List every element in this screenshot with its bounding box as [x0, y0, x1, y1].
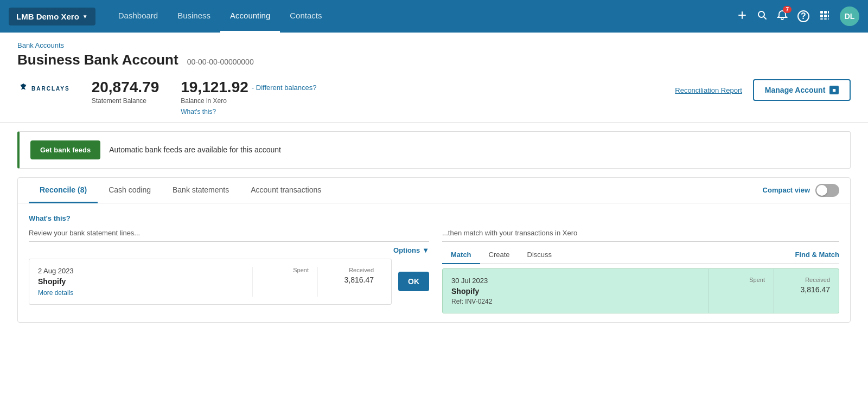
matched-transaction-card: 30 Jul 2023 Shopify Ref: INV-0242 Spent …	[442, 268, 839, 313]
left-txn-more-details[interactable]: More details	[38, 289, 73, 297]
svg-rect-8	[824, 18, 827, 20]
matched-received-col: Received 3,816.47	[774, 269, 839, 313]
user-avatar[interactable]: DL	[840, 7, 859, 26]
brand-name: LMB Demo Xero	[16, 12, 79, 21]
top-navigation: LMB Demo Xero ▼ Dashboard Business Accou…	[0, 0, 868, 33]
compact-view-switch[interactable]	[815, 184, 839, 197]
get-bank-feeds-button[interactable]: Get bank feeds	[30, 140, 100, 159]
whats-this-link[interactable]: What's this?	[181, 108, 316, 116]
nav-accounting[interactable]: Accounting	[220, 0, 280, 33]
nav-contacts[interactable]: Contacts	[280, 0, 331, 33]
barclays-text: BARCLAYS	[31, 86, 70, 92]
bank-feeds-banner: Get bank feeds Automatic bank feeds are …	[17, 131, 851, 169]
matched-txn-info: 30 Jul 2023 Shopify Ref: INV-0242	[443, 269, 709, 313]
match-tab-create[interactable]: Create	[480, 246, 519, 264]
ok-button[interactable]: OK	[398, 272, 429, 291]
svg-rect-2	[824, 11, 827, 14]
options-button[interactable]: Options ▼	[393, 246, 429, 254]
nav-business[interactable]: Business	[168, 0, 220, 33]
search-icon[interactable]	[757, 10, 767, 23]
compact-view-toggle[interactable]: Compact view	[763, 184, 839, 197]
bank-feeds-message: Automatic bank feeds are available for t…	[109, 145, 281, 154]
help-icon[interactable]: ?	[797, 10, 809, 22]
svg-rect-3	[828, 11, 829, 14]
statement-balance-label: Statement Balance	[92, 97, 159, 105]
page-header: Bank Accounts Business Bank Account 00-0…	[0, 33, 868, 73]
right-column-header: ...then match with your transactions in …	[442, 229, 839, 242]
brand-menu[interactable]: LMB Demo Xero ▼	[9, 8, 95, 25]
left-received-value: 3,816.47	[344, 275, 374, 284]
match-tab-discuss[interactable]: Discuss	[519, 246, 561, 264]
xero-balance-amount: 19,121.92	[181, 79, 248, 96]
notification-badge: 7	[783, 6, 792, 13]
match-tab-match[interactable]: Match	[442, 246, 480, 264]
toggle-knob	[816, 185, 827, 196]
barclays-logo: BARCLAYS	[17, 82, 70, 94]
breadcrumb[interactable]: Bank Accounts	[17, 41, 851, 49]
tab-cash-coding[interactable]: Cash coding	[98, 178, 162, 203]
page-title: Business Bank Account	[17, 52, 178, 68]
matched-spent-col: Spent	[709, 269, 774, 313]
svg-rect-4	[820, 15, 823, 17]
svg-rect-7	[820, 18, 823, 20]
svg-rect-9	[828, 18, 829, 20]
matched-received-value: 3,816.47	[801, 285, 831, 294]
matched-received-label: Received	[805, 277, 830, 283]
tabs-header: Reconcile (8) Cash coding Bank statement…	[18, 178, 850, 203]
reconciliation-report-link[interactable]: Reconciliation Report	[675, 86, 742, 94]
account-number: 00-00-00-00000000	[187, 57, 254, 66]
matched-spent-label: Spent	[749, 277, 765, 283]
manage-account-icon: ■	[829, 86, 839, 94]
brand-caret: ▼	[82, 14, 88, 20]
left-txn-name: Shopify	[38, 277, 252, 286]
left-spent-col: Spent	[252, 267, 317, 297]
add-icon[interactable]	[737, 10, 748, 23]
right-column: ...then match with your transactions in …	[436, 229, 839, 313]
left-spent-label: Spent	[293, 267, 309, 273]
matched-txn-amounts: Spent Received 3,816.47	[709, 269, 839, 313]
svg-rect-6	[828, 15, 829, 17]
nav-dashboard[interactable]: Dashboard	[108, 0, 168, 33]
left-transaction-card: 2 Aug 2023 Shopify More details Spent	[29, 259, 392, 305]
reconcile-whats-this[interactable]: What's this?	[29, 214, 839, 222]
reconcile-columns: Review your bank statement lines... Opti…	[29, 229, 839, 313]
tab-reconcile[interactable]: Reconcile (8)	[29, 178, 98, 203]
statement-balance-block: 20,874.79 Statement Balance	[92, 79, 159, 105]
reconcile-content: What's this? Review your bank statement …	[18, 203, 850, 322]
svg-rect-1	[820, 11, 823, 14]
options-bar: Options ▼	[29, 246, 429, 254]
left-received-label: Received	[349, 267, 374, 273]
statement-balance-amount: 20,874.79	[92, 79, 159, 96]
nav-right-actions: 7 ? DL	[737, 7, 859, 26]
left-column: Review your bank statement lines... Opti…	[29, 229, 436, 313]
left-txn-info: 2 Aug 2023 Shopify More details	[38, 267, 252, 297]
xero-balance-block: 19,121.92 - Different balances? Balance …	[181, 79, 316, 116]
manage-account-button[interactable]: Manage Account ■	[753, 79, 851, 101]
find-match-link[interactable]: Find & Match	[795, 251, 839, 259]
left-column-header: Review your bank statement lines...	[29, 229, 429, 242]
notification-icon[interactable]: 7	[777, 10, 788, 23]
balance-right-actions: Reconciliation Report Manage Account ■	[675, 79, 851, 101]
nav-links: Dashboard Business Accounting Contacts	[108, 0, 737, 33]
left-txn-row: 2 Aug 2023 Shopify More details Spent	[29, 259, 429, 305]
different-balances-link[interactable]: - Different balances?	[252, 84, 317, 92]
matched-txn-ref: Ref: INV-0242	[451, 298, 700, 305]
tab-bank-statements[interactable]: Bank statements	[162, 178, 240, 203]
grid-icon[interactable]	[819, 10, 830, 23]
balance-section: BARCLAYS 20,874.79 Statement Balance 19,…	[0, 73, 868, 123]
matched-txn-date: 30 Jul 2023	[451, 277, 700, 285]
match-tabs-header: Match Create Discuss Find & Match	[442, 246, 839, 264]
xero-balance-label: Balance in Xero	[181, 97, 316, 105]
left-txn-amounts: Spent Received 3,816.47	[252, 267, 382, 297]
tabs-container: Reconcile (8) Cash coding Bank statement…	[17, 177, 851, 323]
tab-account-transactions[interactable]: Account transactions	[240, 178, 332, 203]
compact-view-label: Compact view	[763, 186, 810, 194]
page-content: Bank Accounts Business Bank Account 00-0…	[0, 33, 868, 404]
whats-this-section: What's this?	[29, 212, 839, 229]
left-txn-date: 2 Aug 2023	[38, 267, 252, 275]
barclays-eagle-icon	[17, 82, 29, 94]
svg-rect-5	[824, 15, 827, 17]
left-received-col: Received 3,816.47	[317, 267, 382, 297]
matched-txn-name: Shopify	[451, 287, 700, 296]
